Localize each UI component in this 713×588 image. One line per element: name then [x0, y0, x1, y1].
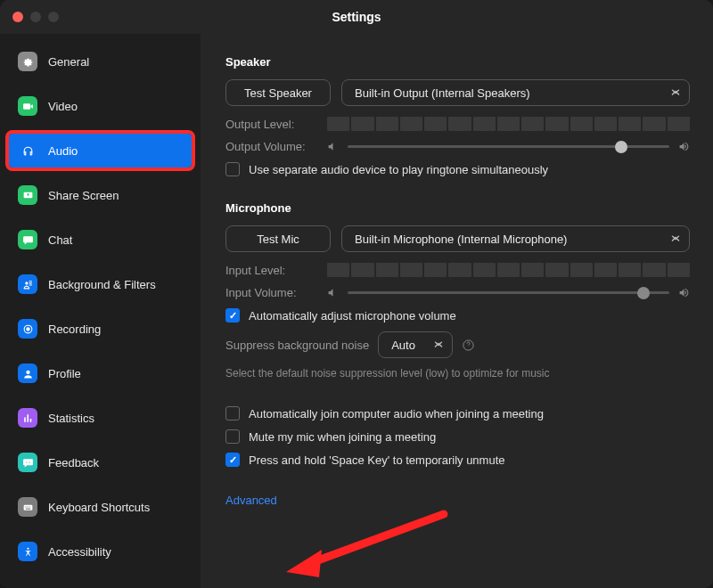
input-volume-thumb[interactable] — [637, 287, 650, 299]
svg-rect-9 — [27, 506, 28, 507]
suppress-noise-select[interactable]: Auto — [378, 331, 453, 358]
test-speaker-button[interactable]: Test Speaker — [225, 79, 331, 106]
sidebar-item-video[interactable]: Video — [9, 89, 192, 123]
stats-icon — [18, 408, 37, 428]
sidebar-item-feedback[interactable]: Feedback — [9, 445, 192, 479]
annotation-arrow — [279, 501, 457, 588]
sidebar-item-keyboard-shortcuts[interactable]: Keyboard Shortcuts — [9, 490, 192, 524]
mic-device-value: Built-in Microphone (Internal Microphone… — [355, 233, 567, 246]
input-volume-label: Input Volume: — [225, 286, 315, 299]
speaker-low-icon — [327, 141, 339, 152]
sidebar-item-label: Keyboard Shortcuts — [48, 501, 150, 514]
sidebar-item-label: Audio — [48, 144, 78, 158]
input-volume-slider[interactable] — [348, 291, 669, 294]
bg-icon — [18, 274, 37, 294]
speaker-low-icon — [327, 287, 339, 298]
svg-point-5 — [26, 461, 27, 462]
suppress-noise-value: Auto — [391, 339, 415, 352]
sidebar-item-accessibility[interactable]: Accessibility — [9, 535, 192, 568]
sidebar-item-background-filters[interactable]: Background & Filters — [9, 267, 192, 301]
suppress-noise-label: Suppress background noise — [225, 339, 369, 352]
speaker-high-icon — [678, 141, 690, 152]
video-icon — [18, 96, 37, 116]
sidebar-item-label: Recording — [48, 323, 101, 336]
svg-rect-8 — [25, 506, 26, 507]
sidebar-item-label: Video — [48, 100, 78, 113]
sidebar-item-label: Share Screen — [48, 189, 119, 202]
mute-on-join-label: Mute my mic when joining a meeting — [249, 430, 436, 444]
input-level-label: Input Level: — [225, 264, 315, 277]
headphones-icon — [18, 141, 37, 160]
accessibility-icon — [18, 542, 37, 561]
sidebar-item-label: Chat — [48, 233, 72, 247]
svg-point-1 — [25, 282, 28, 284]
svg-point-4 — [26, 370, 29, 373]
output-volume-thumb[interactable] — [615, 141, 627, 153]
close-window-button[interactable] — [12, 12, 23, 22]
auto-join-audio-label: Automatically join computer audio when j… — [249, 407, 544, 421]
titlebar: Settings — [0, 0, 713, 34]
sidebar-item-general[interactable]: General — [9, 45, 192, 78]
window-traffic-lights — [12, 12, 59, 22]
sidebar-item-label: Feedback — [48, 456, 99, 470]
auto-adjust-mic-checkbox[interactable] — [225, 308, 240, 323]
microphone-section-title: Microphone — [225, 201, 690, 215]
svg-point-6 — [29, 461, 29, 462]
chevron-down-icon — [671, 86, 680, 100]
sidebar-item-label: General — [48, 55, 89, 69]
sidebar-item-audio[interactable]: Audio — [9, 134, 192, 167]
profile-icon — [18, 363, 37, 383]
sidebar-item-share-screen[interactable]: Share Screen — [9, 178, 192, 212]
suppress-noise-hint: Select the default noise suppression lev… — [225, 367, 690, 380]
mic-device-select[interactable]: Built-in Microphone (Internal Microphone… — [341, 225, 690, 252]
sidebar-item-recording[interactable]: Recording — [9, 312, 192, 346]
output-level-meter — [327, 117, 690, 131]
output-level-label: Output Level: — [225, 118, 315, 131]
settings-sidebar: GeneralVideoAudioShare ScreenChatBackgro… — [0, 34, 201, 588]
sidebar-item-statistics[interactable]: Statistics — [9, 401, 192, 435]
svg-rect-10 — [29, 506, 29, 507]
keyboard-icon — [18, 497, 37, 517]
window-title: Settings — [332, 10, 381, 24]
sidebar-item-label: Statistics — [48, 412, 94, 425]
auto-join-audio-checkbox[interactable] — [225, 406, 240, 421]
speaker-high-icon — [678, 287, 690, 298]
chevron-down-icon — [434, 339, 443, 352]
test-mic-button[interactable]: Test Mic — [225, 225, 331, 252]
speaker-device-value: Built-in Output (Internal Speakers) — [355, 86, 530, 100]
output-volume-slider[interactable] — [348, 145, 669, 148]
settings-window: Settings GeneralVideoAudioShare ScreenCh… — [0, 0, 713, 588]
svg-rect-11 — [25, 508, 29, 509]
feedback-icon — [18, 453, 37, 472]
sidebar-item-chat[interactable]: Chat — [9, 223, 192, 257]
space-unmute-checkbox[interactable] — [225, 453, 240, 467]
gear-icon — [18, 52, 37, 71]
advanced-link[interactable]: Advanced — [225, 494, 277, 507]
sidebar-item-label: Background & Filters — [48, 278, 156, 291]
space-unmute-label: Press and hold 'Space Key' to temporaril… — [249, 453, 505, 467]
svg-point-12 — [27, 547, 29, 549]
speaker-device-select[interactable]: Built-in Output (Internal Speakers) — [341, 79, 690, 106]
maximize-window-button[interactable] — [48, 12, 59, 22]
ringtone-checkbox-label: Use separate audio device to play ringto… — [249, 163, 548, 176]
input-level-meter — [327, 263, 690, 277]
output-volume-label: Output Volume: — [225, 140, 315, 153]
minimize-window-button[interactable] — [30, 12, 41, 22]
svg-rect-7 — [23, 504, 32, 510]
svg-marker-14 — [286, 550, 322, 577]
ringtone-checkbox[interactable] — [225, 162, 240, 176]
settings-content: Speaker Test Speaker Built-in Output (In… — [201, 34, 713, 588]
svg-point-3 — [26, 327, 29, 331]
sidebar-item-label: Profile — [48, 367, 81, 380]
sidebar-item-profile[interactable]: Profile — [9, 356, 192, 390]
help-icon[interactable] — [462, 339, 475, 352]
auto-adjust-mic-label: Automatically adjust microphone volume — [249, 309, 456, 323]
mute-on-join-checkbox[interactable] — [225, 429, 240, 444]
chevron-down-icon — [671, 233, 680, 246]
speaker-section-title: Speaker — [225, 55, 690, 69]
share-icon — [18, 185, 37, 205]
record-icon — [18, 319, 37, 339]
chat-icon — [18, 230, 37, 249]
sidebar-item-label: Accessibility — [48, 545, 111, 559]
